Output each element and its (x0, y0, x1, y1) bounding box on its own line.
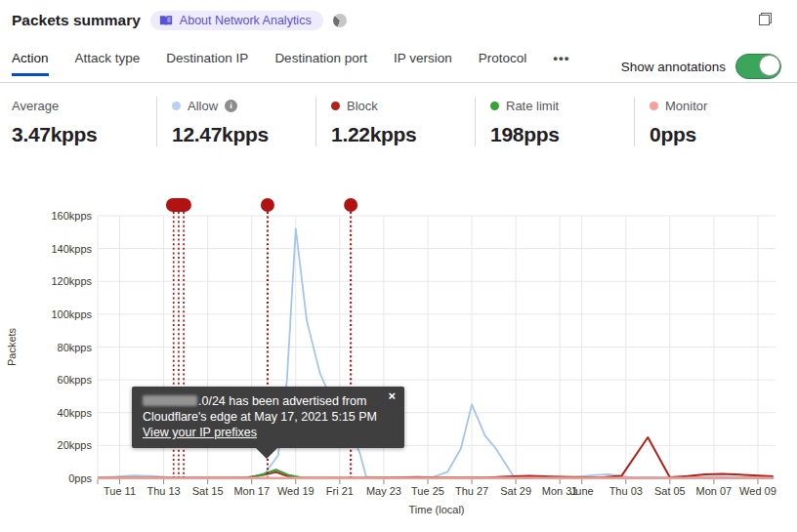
x-tick-label: Tue 11 (104, 485, 136, 497)
x-tick-label: May 23 (366, 485, 401, 497)
header: Packets summary About Network Analytics (12, 11, 347, 30)
badge-label: About Network Analytics (180, 14, 312, 27)
show-annotations-toggle[interactable] (735, 54, 781, 79)
tab-destination-ip[interactable]: Destination IP (166, 51, 248, 76)
stat-label: Block (347, 99, 378, 113)
x-tick-label: Tue 25 (411, 485, 444, 497)
tooltip-line1: .0/24 has been advertised from (143, 393, 381, 409)
stat-label: Allow (188, 99, 218, 113)
x-tick-label: Thu 03 (609, 485, 643, 497)
x-tick-label: Fri 21 (326, 485, 354, 497)
show-annotations-control: Show annotations (621, 54, 781, 79)
stat-value: 1.22kpps (331, 123, 475, 146)
stat-label: Rate limit (506, 99, 559, 113)
legend-dot (331, 102, 340, 110)
x-tick-label: Thu 13 (147, 485, 180, 497)
stat-label: Monitor (665, 99, 707, 113)
tab-bar: ActionAttack typeDestination IPDestinati… (12, 51, 569, 76)
network-analytics-panel: Packets summary About Network Analytics … (0, 0, 797, 532)
book-icon (159, 15, 173, 27)
x-tick-label: Sat 05 (654, 485, 686, 497)
stat-rate-limit: Rate limit198pps (475, 97, 634, 146)
x-tick-label: Sat 15 (192, 485, 224, 497)
legend-dot (490, 102, 499, 110)
y-tick-label: 160kpps (51, 210, 92, 222)
stat-monitor: Monitor0pps (634, 97, 793, 146)
view-ip-prefixes-link[interactable]: View your IP prefixes (143, 426, 257, 439)
y-tick-label: 100kpps (51, 308, 92, 320)
stats-row: Average3.47kppsAllowi12.47kppsBlock1.22k… (12, 97, 793, 146)
stat-value: 3.47kpps (12, 123, 156, 146)
page-title: Packets summary (12, 12, 141, 29)
about-network-analytics-badge[interactable]: About Network Analytics (150, 11, 323, 30)
stat-allow: Allowi12.47kpps (156, 97, 315, 146)
toggle-knob (759, 55, 780, 76)
tooltip-line2: Cloudflare's edge at May 17, 2021 5:15 P… (143, 409, 381, 425)
y-axis-title: Packets (6, 327, 18, 366)
redacted-ip (143, 395, 197, 406)
y-tick-label: 80kpps (58, 342, 93, 353)
x-tick-label: Thu 27 (455, 485, 488, 497)
close-icon[interactable]: × (388, 389, 396, 404)
y-tick-label: 40kpps (58, 407, 93, 419)
legend-dot (172, 102, 181, 110)
tab-protocol[interactable]: Protocol (479, 51, 527, 76)
x-tick-label: Mon 07 (696, 485, 733, 497)
tab-action[interactable]: Action (12, 51, 49, 76)
y-tick-label: 60kpps (58, 374, 93, 386)
restore-window-icon[interactable] (759, 13, 772, 25)
packets-chart[interactable]: 0pps20kpps40kpps60kpps80kpps100kpps120kp… (0, 190, 797, 532)
show-annotations-label: Show annotations (621, 60, 726, 74)
annotation-marker-pill[interactable] (166, 198, 191, 212)
stat-value: 0pps (650, 123, 793, 146)
tooltip-caret (255, 447, 278, 459)
stat-average: Average3.47kpps (12, 97, 156, 146)
y-tick-label: 20kpps (58, 439, 93, 451)
y-tick-label: 120kpps (51, 275, 92, 287)
x-axis-title: Time (local) (408, 504, 464, 515)
stat-label: Average (12, 99, 59, 113)
annotation-marker-dot[interactable] (344, 198, 357, 212)
y-tick-label: 0pps (68, 472, 92, 484)
x-tick-label: Wed 09 (739, 485, 776, 497)
stat-block: Block1.22kpps (315, 97, 475, 146)
x-tick-label: Mon 17 (233, 485, 270, 497)
tab-attack-type[interactable]: Attack type (75, 51, 141, 76)
annotation-marker-dot[interactable] (261, 198, 274, 212)
tab-destination-port[interactable]: Destination port (274, 51, 367, 76)
tab-divider (0, 82, 797, 83)
x-tick-label: Wed 19 (277, 485, 315, 497)
legend-dot (650, 102, 658, 110)
stat-value: 12.47kpps (172, 123, 315, 146)
y-tick-label: 140kpps (51, 243, 92, 255)
x-tick-label: Sat 29 (500, 485, 531, 497)
stat-value: 198pps (490, 123, 634, 146)
info-icon[interactable]: i (225, 100, 237, 112)
x-tick-label: June (570, 485, 594, 497)
annotation-tooltip: × .0/24 has been advertised from Cloudfl… (132, 387, 404, 448)
tab-ip-version[interactable]: IP version (394, 51, 452, 76)
pie-progress-icon (333, 14, 347, 27)
tab--[interactable]: ••• (553, 51, 569, 76)
